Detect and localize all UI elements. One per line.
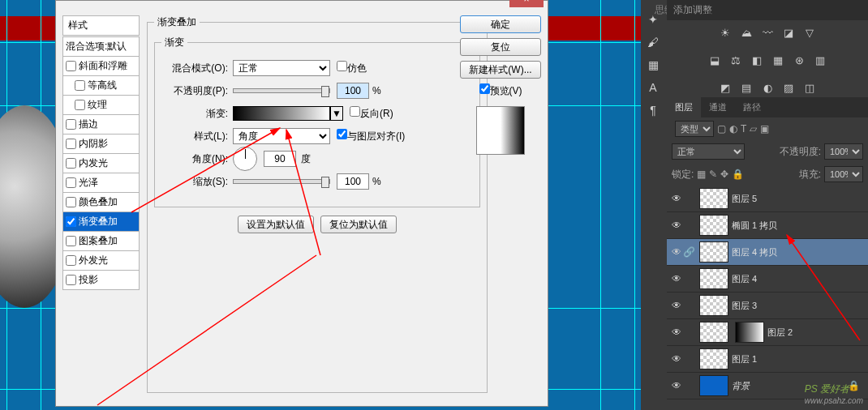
cancel-button[interactable]: 复位 bbox=[460, 38, 541, 56]
adjustments-tab[interactable]: 添加调整 bbox=[673, 3, 712, 17]
fx-satin[interactable]: 光泽 bbox=[62, 173, 140, 193]
layer-row[interactable]: 👁图层 1 bbox=[667, 346, 868, 373]
gradient-dropdown[interactable]: ▼ bbox=[330, 106, 343, 121]
mask-thumbnail[interactable] bbox=[735, 322, 764, 343]
visibility-icon[interactable]: 👁 bbox=[670, 327, 683, 338]
scale-slider[interactable] bbox=[233, 179, 330, 184]
lookup-icon[interactable]: ▥ bbox=[812, 54, 828, 69]
photo-filter-icon[interactable]: ▦ bbox=[770, 54, 786, 69]
fx-gradient-overlay-check[interactable] bbox=[66, 216, 76, 227]
filter-pixel-icon[interactable]: ▢ bbox=[717, 123, 726, 135]
fx-pattern-overlay[interactable]: 图案叠加 bbox=[62, 231, 140, 251]
filter-kind-select[interactable]: 类型 bbox=[675, 121, 714, 137]
bw-icon[interactable]: ◧ bbox=[749, 54, 765, 69]
fx-inner-shadow-check[interactable] bbox=[66, 139, 76, 149]
fx-stroke-check[interactable] bbox=[66, 119, 76, 130]
new-style-button[interactable]: 新建样式(W)... bbox=[460, 61, 541, 79]
type-icon[interactable]: A bbox=[643, 78, 663, 97]
layer-thumbnail[interactable] bbox=[699, 348, 728, 369]
scale-value[interactable] bbox=[337, 173, 369, 190]
vibrance-icon[interactable]: ▽ bbox=[801, 27, 818, 41]
filter-adjust-icon[interactable]: ◐ bbox=[729, 123, 737, 135]
fx-color-overlay-check[interactable] bbox=[66, 197, 76, 207]
mixer-icon[interactable]: ⊛ bbox=[791, 54, 807, 69]
layer-row[interactable]: 👁椭圆 1 拷贝 bbox=[667, 212, 868, 239]
styles-header[interactable]: 样式 bbox=[62, 15, 140, 36]
visibility-icon[interactable]: 👁 bbox=[670, 246, 683, 258]
layers-tab[interactable]: 图层 bbox=[667, 97, 701, 117]
curves-icon[interactable]: 〰 bbox=[759, 27, 776, 41]
angle-dial[interactable] bbox=[233, 147, 257, 171]
paths-tab[interactable]: 路径 bbox=[735, 97, 769, 117]
layer-name[interactable]: 图层 4 bbox=[732, 273, 757, 285]
fx-pattern-overlay-check[interactable] bbox=[66, 236, 76, 246]
blend-mode-select[interactable]: 正常 bbox=[233, 60, 330, 76]
visibility-icon[interactable]: 👁 bbox=[670, 193, 683, 204]
fx-gradient-overlay[interactable]: 渐变叠加 bbox=[62, 211, 140, 232]
link-icon[interactable]: 🔗 bbox=[683, 246, 696, 258]
layer-row[interactable]: 👁图层 3 bbox=[667, 293, 868, 319]
layer-thumbnail[interactable] bbox=[699, 215, 728, 236]
threshold-icon[interactable]: ◐ bbox=[759, 82, 776, 96]
layer-row[interactable]: 👁🔗图层 4 拷贝 bbox=[667, 239, 868, 266]
fx-outer-glow[interactable]: 外发光 bbox=[62, 250, 140, 271]
selective-icon[interactable]: ◫ bbox=[801, 82, 818, 96]
fx-color-overlay[interactable]: 颜色叠加 bbox=[62, 192, 140, 212]
hue-icon[interactable]: ⬓ bbox=[707, 54, 723, 69]
fx-texture[interactable]: 纹理 bbox=[62, 95, 140, 115]
layer-name[interactable]: 图层 5 bbox=[732, 193, 757, 205]
visibility-icon[interactable]: 👁 bbox=[670, 300, 683, 311]
preview-check[interactable]: 预览(V) bbox=[479, 85, 522, 96]
layer-row[interactable]: 👁图层 4 bbox=[667, 266, 868, 293]
fx-outer-glow-check[interactable] bbox=[66, 255, 76, 266]
visibility-icon[interactable]: 👁 bbox=[670, 353, 683, 365]
lock-transparent-icon[interactable]: ▦ bbox=[697, 169, 706, 180]
layer-row[interactable]: 👁图层 5 bbox=[667, 186, 868, 212]
levels-icon[interactable]: ⛰ bbox=[738, 27, 754, 41]
layer-name[interactable]: 背景 bbox=[732, 380, 750, 392]
paragraph-icon[interactable]: ¶ bbox=[643, 100, 663, 120]
fx-contour[interactable]: 等高线 bbox=[62, 75, 140, 96]
balance-icon[interactable]: ⚖ bbox=[728, 54, 744, 69]
lock-pixels-icon[interactable]: ✎ bbox=[709, 169, 717, 180]
layer-opacity[interactable]: 100% bbox=[824, 143, 863, 160]
fx-contour-check[interactable] bbox=[75, 80, 85, 91]
gradient-preview[interactable] bbox=[233, 106, 330, 121]
fx-drop-shadow-check[interactable] bbox=[66, 275, 76, 285]
ok-button[interactable]: 确定 bbox=[460, 15, 541, 33]
fx-bevel[interactable]: 斜面和浮雕 bbox=[62, 56, 140, 76]
reset-default-button[interactable]: 复位为默认值 bbox=[320, 216, 397, 233]
blend-options[interactable]: 混合选项:默认 bbox=[62, 36, 140, 57]
layer-blend-select[interactable]: 正常 bbox=[672, 143, 745, 160]
layer-fill[interactable]: 100% bbox=[824, 166, 863, 182]
lock-position-icon[interactable]: ✥ bbox=[720, 169, 728, 180]
layer-row[interactable]: 👁图层 2 bbox=[667, 319, 868, 346]
close-button[interactable]: × bbox=[509, 0, 544, 7]
fx-inner-shadow[interactable]: 内阴影 bbox=[62, 134, 140, 154]
brightness-icon[interactable]: ☀ bbox=[717, 27, 733, 41]
set-default-button[interactable]: 设置为默认值 bbox=[238, 216, 314, 233]
channels-tab[interactable]: 通道 bbox=[701, 97, 735, 117]
angle-value[interactable] bbox=[264, 151, 296, 167]
brush-icon[interactable]: 🖌 bbox=[643, 32, 663, 52]
filter-type-icon[interactable]: T bbox=[741, 123, 746, 135]
visibility-icon[interactable]: 👁 bbox=[670, 380, 683, 391]
exposure-icon[interactable]: ◪ bbox=[780, 27, 797, 41]
opacity-slider[interactable] bbox=[233, 88, 330, 93]
layer-name[interactable]: 椭圆 1 拷贝 bbox=[732, 220, 777, 232]
lock-all-icon[interactable]: 🔒 bbox=[732, 169, 744, 180]
layer-thumbnail[interactable] bbox=[699, 241, 728, 263]
visibility-icon[interactable]: 👁 bbox=[670, 220, 683, 231]
layer-name[interactable]: 图层 1 bbox=[732, 353, 757, 365]
layer-thumbnail[interactable] bbox=[699, 268, 728, 289]
align-check[interactable]: 与图层对齐(I) bbox=[337, 129, 405, 143]
filter-smart-icon[interactable]: ▣ bbox=[760, 123, 769, 135]
layer-name[interactable]: 图层 3 bbox=[732, 300, 757, 312]
fx-bevel-check[interactable] bbox=[66, 61, 76, 71]
layer-thumbnail[interactable] bbox=[699, 375, 728, 396]
fx-texture-check[interactable] bbox=[75, 100, 85, 110]
fx-inner-glow[interactable]: 内发光 bbox=[62, 153, 140, 173]
layer-thumbnail[interactable] bbox=[699, 295, 728, 316]
fx-stroke[interactable]: 描边 bbox=[62, 114, 140, 135]
history-icon[interactable]: ✦ bbox=[643, 10, 663, 29]
